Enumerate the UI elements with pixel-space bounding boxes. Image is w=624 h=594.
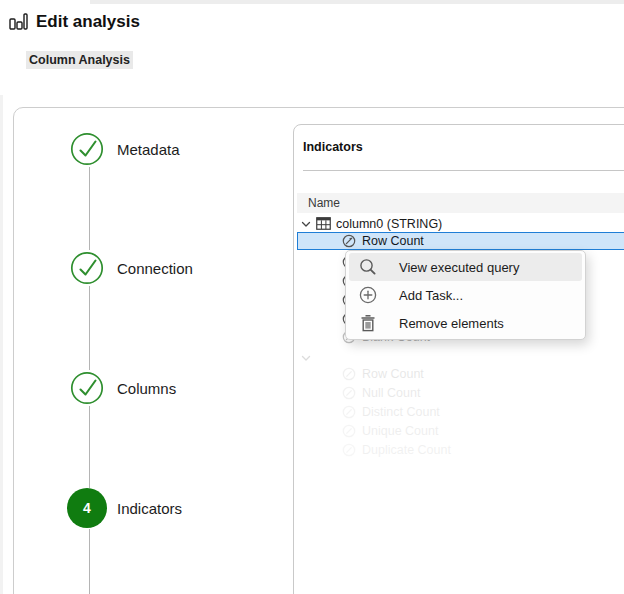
indicator-icon xyxy=(342,234,356,248)
step-connector-line xyxy=(89,529,90,594)
tree-row-label: Row Count xyxy=(362,367,424,381)
tree-row-faded: Row Count xyxy=(297,364,624,383)
indicator-icon xyxy=(342,367,356,381)
step-number-badge[interactable]: 4 xyxy=(67,488,107,528)
tab-column-analysis[interactable]: Column Analysis xyxy=(26,51,133,69)
tree-row-faded: Duplicate Count xyxy=(297,440,624,459)
step-check-icon[interactable] xyxy=(70,251,104,285)
indicator-icon xyxy=(342,405,356,419)
page-title: Edit analysis xyxy=(36,12,140,32)
indicator-icon xyxy=(342,386,356,400)
tree-row-label: Distinct Count xyxy=(362,405,440,419)
window-left-edge xyxy=(0,95,3,594)
tree-row-faded: Distinct Count xyxy=(297,402,624,421)
step-label-indicators[interactable]: Indicators xyxy=(117,500,182,517)
step-label-columns[interactable]: Columns xyxy=(117,380,176,397)
menu-item-label: View executed query xyxy=(399,260,519,275)
step-connector-line xyxy=(89,167,90,250)
tree-row-label: Duplicate Count xyxy=(362,443,451,457)
step-check-icon[interactable] xyxy=(70,132,104,166)
trash-icon xyxy=(358,314,378,332)
context-menu: View executed query Add Task... xyxy=(345,250,586,340)
table-icon xyxy=(316,217,331,230)
step-connector-line xyxy=(89,406,90,488)
chevron-down-icon[interactable] xyxy=(301,220,311,228)
menu-item-view-executed-query[interactable]: View executed query xyxy=(349,253,582,281)
step-check-icon[interactable] xyxy=(70,371,104,405)
bar-chart-icon xyxy=(8,11,29,32)
chevron-down-icon xyxy=(301,354,311,362)
indicator-icon xyxy=(342,424,356,438)
tree-column-header[interactable]: Name xyxy=(297,193,624,213)
card-divider xyxy=(303,170,624,171)
magnifier-icon xyxy=(358,258,378,276)
menu-item-label: Remove elements xyxy=(399,316,504,331)
step-connector-line xyxy=(89,286,90,370)
indicator-icon xyxy=(342,443,356,457)
tree-row-faded: Null Count xyxy=(297,383,624,402)
tree-column-header-label: Name xyxy=(308,196,340,210)
step-label-metadata[interactable]: Metadata xyxy=(117,141,180,158)
indicators-card-title: Indicators xyxy=(303,140,363,154)
tree-row-label: Row Count xyxy=(362,234,424,248)
tree-row-faded: Unique Count xyxy=(297,421,624,440)
menu-item-add-task[interactable]: Add Task... xyxy=(349,281,582,309)
menu-item-remove-elements[interactable]: Remove elements xyxy=(349,309,582,337)
tree-group-row[interactable]: column0 (STRING) xyxy=(297,214,624,233)
page-header: Edit analysis xyxy=(8,11,140,32)
tree-row-label: Unique Count xyxy=(362,424,438,438)
tree-row-label: Null Count xyxy=(362,386,420,400)
plus-circle-icon xyxy=(358,286,378,304)
tree-row-row-count[interactable]: Row Count xyxy=(297,232,624,250)
menu-item-label: Add Task... xyxy=(399,288,463,303)
window-top-edge xyxy=(90,0,624,4)
edit-analysis-window: Edit analysis Column Analysis Metadata C… xyxy=(0,0,624,594)
step-label-connection[interactable]: Connection xyxy=(117,260,193,277)
tree-group-label: column0 (STRING) xyxy=(336,217,442,231)
